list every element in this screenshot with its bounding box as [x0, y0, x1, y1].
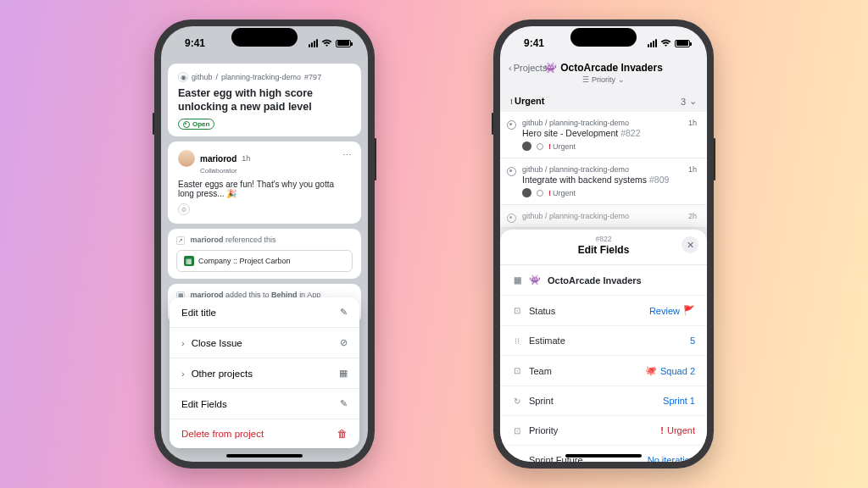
chevron-down-icon: ⌄	[618, 75, 625, 84]
signal-icon	[648, 39, 657, 47]
phone-left: 9:41 ◉ github / planning-tracking-demo #…	[154, 19, 375, 469]
filter-dropdown[interactable]: ☰Priority⌄	[509, 75, 698, 84]
chevron-right-icon: ›	[181, 369, 185, 379]
comment-role: Collaborator	[200, 167, 351, 175]
status-time: 9:41	[524, 37, 544, 49]
pencil-icon: ✎	[340, 307, 348, 318]
issue-open-icon	[507, 214, 516, 223]
status-dot-icon	[537, 190, 543, 197]
status-time: 9:41	[185, 37, 205, 49]
comment-body: Easter eggs are fun! That's why you gott…	[178, 180, 351, 198]
event-referenced: ↗ mariorod referenced this ▦ Company :: …	[168, 229, 361, 279]
home-indicator[interactable]	[565, 454, 642, 458]
field-project[interactable]: ▦👾 OctoArcade Invaders	[500, 265, 707, 296]
close-icon: ✕	[687, 240, 694, 251]
state-badge: Open	[178, 119, 214, 130]
comment-card: ⋯ mariorod 1h Collaborator Easter eggs a…	[168, 141, 361, 224]
breadcrumb[interactable]: ◉ github / planning-tracking-demo #797	[178, 72, 351, 82]
dynamic-island	[570, 28, 637, 47]
page-title: 👾OctoArcade Invaders	[544, 62, 663, 74]
menu-edit-title[interactable]: Edit title ✎	[170, 297, 359, 328]
field-priority[interactable]: ⊡Priority ! Urgent	[500, 416, 707, 446]
wifi-icon	[660, 39, 671, 47]
comment-time: 1h	[242, 154, 250, 163]
dynamic-island	[231, 28, 298, 47]
status-icon: ⊡	[512, 306, 522, 315]
comment-author[interactable]: mariorod	[200, 154, 236, 164]
reference-icon: ↗	[176, 236, 185, 245]
avatar	[522, 188, 531, 197]
react-button[interactable]: ☺	[178, 203, 190, 215]
edit-fields-sheet: #822 Edit Fields ✕ ▦👾 OctoArcade Invader…	[500, 230, 707, 462]
avatar[interactable]	[178, 150, 195, 167]
project-icon: ▦	[512, 275, 522, 285]
project-reference[interactable]: ▦ Company :: Project Carbon	[176, 250, 353, 272]
status-dot-icon	[537, 143, 543, 150]
menu-other-projects[interactable]: ›Other projects ▦	[170, 358, 359, 389]
field-estimate[interactable]: ⁝⁝Estimate 5	[500, 326, 707, 356]
signal-icon	[309, 39, 318, 47]
back-button[interactable]: ‹Projects	[509, 63, 547, 73]
chevron-down-icon: ⌄	[689, 96, 697, 107]
trash-icon: 🗑	[337, 429, 348, 439]
priority-icon: ⊡	[512, 426, 522, 435]
menu-edit-fields[interactable]: Edit Fields ✎	[170, 389, 359, 419]
field-status[interactable]: ⊡Status Review🚩	[500, 296, 707, 326]
iteration-icon: ↻	[512, 456, 522, 463]
estimate-icon: ⁝⁝	[512, 336, 522, 346]
battery-icon	[675, 40, 690, 47]
comment-menu-icon[interactable]: ⋯	[342, 150, 353, 161]
section-urgent[interactable]: !Urgent 3⌄	[500, 89, 707, 112]
menu-close-issue[interactable]: ›Close Issue ⊘	[170, 328, 359, 358]
home-indicator[interactable]	[226, 454, 303, 458]
project-icon: ▦	[339, 368, 348, 379]
list-item[interactable]: 2h github / planning-tracking-demo	[500, 205, 707, 228]
filter-icon: ☰	[582, 75, 589, 84]
menu-delete[interactable]: Delete from project 🗑	[170, 419, 359, 448]
list-item[interactable]: 1h github / planning-tracking-demo Integ…	[500, 158, 707, 205]
wifi-icon	[321, 39, 332, 47]
skip-icon: ⊘	[340, 337, 348, 348]
flag-icon: 🚩	[683, 305, 695, 316]
nav-bar: ‹Projects 👾OctoArcade Invaders ☰Priority…	[500, 60, 707, 89]
close-button[interactable]: ✕	[682, 236, 698, 253]
pencil-icon: ✎	[340, 398, 348, 409]
sheet-title: Edit Fields	[500, 244, 707, 256]
issue-title: Easter egg with high score unlocking a n…	[178, 87, 351, 114]
github-icon: ◉	[178, 72, 188, 82]
phone-right: 9:41 ‹Projects 👾OctoArcade Invaders ☰Pri…	[493, 19, 714, 469]
team-icon: ⊡	[512, 366, 522, 375]
issue-open-icon	[183, 121, 190, 128]
project-icon: ▦	[184, 256, 194, 266]
battery-icon	[336, 40, 351, 47]
field-sprint[interactable]: ↻Sprint Sprint 1	[500, 386, 707, 416]
sheet-subtitle: #822	[500, 235, 707, 243]
chevron-left-icon: ‹	[509, 63, 512, 73]
context-menu: Edit title ✎ ›Close Issue ⊘ ›Other proje…	[170, 297, 359, 448]
chevron-right-icon: ›	[181, 338, 185, 348]
list-item[interactable]: 1h github / planning-tracking-demo Hero …	[500, 112, 707, 158]
avatar	[522, 141, 531, 151]
issue-card: ◉ github / planning-tracking-demo #797 E…	[168, 64, 361, 136]
issue-open-icon	[507, 167, 516, 176]
field-team[interactable]: ⊡Team 🐙 Squad 2	[500, 356, 707, 386]
iteration-icon: ↻	[512, 396, 522, 406]
issue-open-icon	[507, 120, 516, 130]
